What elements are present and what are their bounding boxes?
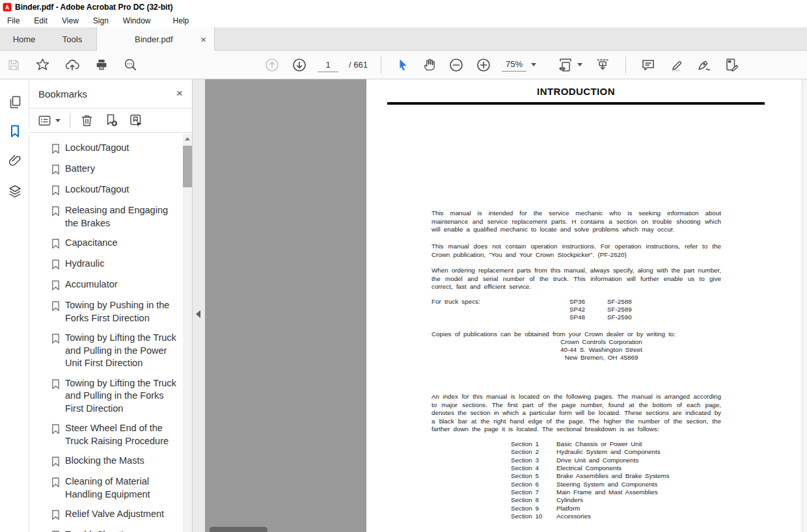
trash-icon bbox=[79, 113, 94, 128]
print-button[interactable] bbox=[93, 57, 110, 73]
bookmark-item-icon bbox=[51, 529, 61, 532]
menu-help[interactable]: Help bbox=[166, 15, 197, 27]
save-button[interactable] bbox=[5, 57, 22, 73]
bookmark-item-icon bbox=[51, 163, 61, 176]
bookmark-item-icon bbox=[51, 142, 61, 155]
bookmark-options-button[interactable] bbox=[36, 112, 62, 129]
attachments-button[interactable] bbox=[7, 153, 23, 168]
search-button[interactable] bbox=[122, 56, 139, 73]
fill-sign-button[interactable] bbox=[722, 55, 741, 74]
page-thumbnails-button[interactable] bbox=[7, 94, 23, 110]
bookmark-item[interactable]: Cleaning of Material Handling Equipment bbox=[51, 475, 183, 501]
document-viewport[interactable]: INTRODUCTION This manual is intended for… bbox=[205, 79, 807, 532]
bookmark-item-icon bbox=[51, 258, 61, 271]
section-row: Section 8 Cylinders bbox=[511, 496, 670, 504]
layers-icon bbox=[7, 183, 23, 199]
new-bookmark-button[interactable] bbox=[102, 111, 120, 129]
bookmark-item[interactable]: Capacitance bbox=[51, 237, 183, 250]
expand-current-bookmark-button[interactable] bbox=[127, 111, 145, 129]
address-line: Crown Controls Corporation bbox=[546, 338, 657, 346]
search-more-icon bbox=[123, 57, 138, 72]
menu-file[interactable]: File bbox=[0, 15, 27, 27]
bookmark-item[interactable]: TroubleShooting bbox=[51, 529, 183, 532]
bookmark-item[interactable]: Battery bbox=[51, 163, 183, 176]
chevron-down-icon bbox=[531, 63, 536, 66]
section-row: Section 1 Basic Chassis or Power Unit bbox=[511, 440, 670, 448]
menu-view[interactable]: View bbox=[55, 15, 86, 27]
page-number-input[interactable] bbox=[318, 58, 338, 72]
bookmark-item-icon bbox=[51, 378, 61, 391]
toolbar-divider bbox=[625, 57, 626, 73]
close-panel-icon[interactable]: × bbox=[176, 87, 183, 100]
select-tool-button[interactable] bbox=[394, 57, 411, 73]
bookmarks-panel-button[interactable] bbox=[7, 124, 23, 139]
paperclip-icon bbox=[7, 153, 23, 168]
scroll-up-arrow-icon[interactable] bbox=[185, 137, 190, 140]
bookmark-item-icon bbox=[51, 184, 61, 197]
tab-tools-label: Tools bbox=[62, 34, 82, 44]
page-title: INTRODUCTION bbox=[387, 86, 765, 97]
menu-edit[interactable]: Edit bbox=[27, 15, 55, 27]
bookmark-item[interactable]: Towing by Lifting the Truck and Pulling … bbox=[51, 377, 183, 416]
layers-button[interactable] bbox=[7, 183, 23, 199]
zoom-level-dropdown[interactable]: 75% bbox=[502, 58, 536, 72]
bookmark-item[interactable]: Hydraulic bbox=[51, 258, 183, 271]
bookmarks-scrollbar[interactable] bbox=[183, 134, 192, 532]
paragraph: When ordering replacement parts from thi… bbox=[431, 267, 721, 291]
bookmark-item[interactable]: Releasing and Engaging the Brakes bbox=[51, 204, 183, 230]
tab-tools[interactable]: Tools bbox=[48, 27, 96, 51]
horizontal-scrollbar-thumb[interactable] bbox=[210, 527, 267, 532]
table-row: SP48 SF-2590 bbox=[569, 313, 632, 321]
bookmark-item-icon bbox=[51, 476, 61, 489]
table-row: SP36 SF-2588 bbox=[569, 298, 632, 306]
collapse-panel-arrow-icon[interactable] bbox=[196, 310, 200, 318]
bookmark-item[interactable]: Towing by Pushing in the Forks First Dir… bbox=[51, 299, 183, 325]
previous-page-button[interactable] bbox=[263, 56, 281, 74]
fit-width-icon bbox=[557, 57, 574, 73]
menu-window[interactable]: Window bbox=[116, 15, 158, 27]
share-cloud-button[interactable] bbox=[63, 56, 81, 74]
bookmark-item[interactable]: Lockout/Tagout bbox=[51, 142, 183, 155]
minus-circle-icon bbox=[448, 57, 464, 73]
tab-close-icon[interactable]: × bbox=[200, 34, 206, 44]
tab-bar: Home Tools Binder.pdf × bbox=[0, 27, 807, 51]
truck-specs-table: SP36 SF-2588 SP42 SF-2589 SP48 SF-2590 bbox=[569, 298, 632, 321]
scrollbar-thumb[interactable] bbox=[183, 146, 192, 187]
bookmark-item[interactable]: Lockout/Tagout bbox=[51, 183, 183, 197]
menu-sign[interactable]: Sign bbox=[86, 15, 116, 27]
options-list-icon bbox=[37, 113, 52, 128]
sign-tool-button[interactable] bbox=[694, 55, 713, 74]
bookmark-item[interactable]: Towing by Lifting the Truck and Pulling … bbox=[51, 332, 183, 370]
panel-collapse-gutter[interactable] bbox=[193, 79, 205, 532]
fill-sign-document-icon bbox=[724, 57, 740, 73]
bookmarks-toolbar-divider bbox=[70, 113, 70, 127]
bookmark-item[interactable]: Accumulator bbox=[51, 278, 183, 292]
highlight-tool-button[interactable] bbox=[666, 55, 685, 74]
tab-home[interactable]: Home bbox=[0, 27, 48, 51]
hand-tool-button[interactable] bbox=[420, 56, 438, 73]
tab-document[interactable]: Binder.pdf × bbox=[96, 27, 215, 51]
title-bar: Binder.pdf - Adobe Acrobat Pro DC (32-bi… bbox=[0, 0, 807, 14]
bookmark-item[interactable]: Relief Valve Adjustment bbox=[51, 508, 183, 522]
star-favorites-button[interactable] bbox=[34, 56, 51, 73]
comment-tool-button[interactable] bbox=[639, 56, 657, 74]
page-fit-dropdown-button[interactable] bbox=[556, 55, 584, 75]
delete-bookmark-button[interactable] bbox=[78, 112, 96, 129]
goto-bookmark-icon bbox=[128, 113, 144, 128]
cloud-upload-icon bbox=[64, 57, 80, 73]
sections-list: Section 1 Basic Chassis or Power Unit Se… bbox=[511, 440, 670, 520]
scrolling-mode-button[interactable] bbox=[593, 55, 612, 75]
zoom-out-button[interactable] bbox=[447, 56, 465, 74]
acrobat-window: Binder.pdf - Adobe Acrobat Pro DC (32-bi… bbox=[0, 0, 807, 532]
vertical-scrollbar[interactable] bbox=[802, 79, 807, 532]
next-page-button[interactable] bbox=[290, 56, 308, 74]
section-row: Section 4 Electrical Components bbox=[511, 464, 670, 472]
bookmark-item[interactable]: Steer Wheel End of the Truck Raising Pro… bbox=[51, 422, 183, 447]
comment-bubble-icon bbox=[640, 57, 656, 73]
page-thumbnails-icon bbox=[7, 94, 23, 110]
zoom-in-button[interactable] bbox=[474, 56, 493, 74]
toolbar-divider bbox=[381, 57, 381, 73]
chevron-down-icon bbox=[577, 63, 582, 66]
window-title: Binder.pdf - Adobe Acrobat Pro DC (32-bi… bbox=[15, 3, 172, 12]
bookmark-item[interactable]: Blocking the Masts bbox=[51, 455, 183, 468]
